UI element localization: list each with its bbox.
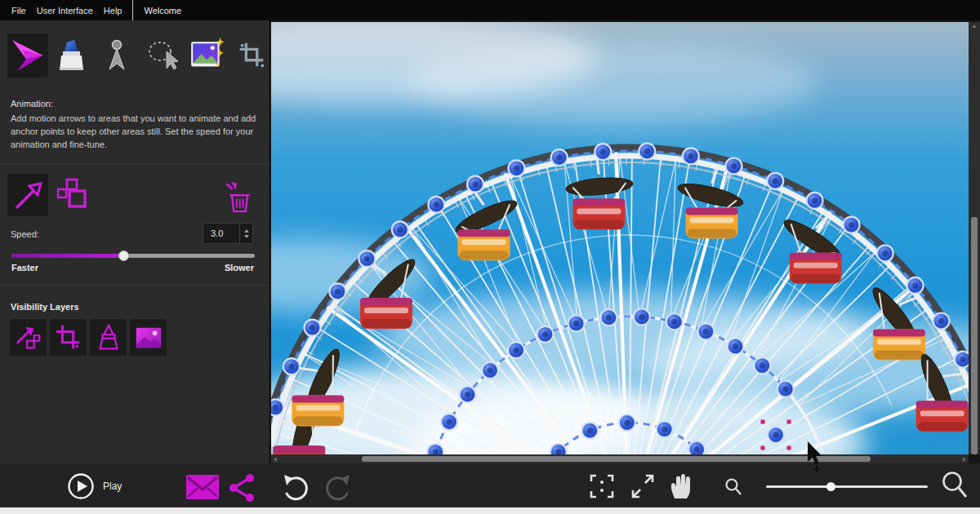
anchor-point-tool-icon	[100, 38, 136, 73]
scroll-right-icon[interactable]	[963, 457, 966, 462]
share-icon	[227, 472, 256, 503]
visibility-layers-row	[10, 319, 167, 356]
anchor-point[interactable]	[807, 193, 823, 209]
anchor-point[interactable]	[933, 313, 949, 330]
anchor-point[interactable]	[877, 246, 893, 262]
play-label: Play	[103, 481, 122, 492]
delete-arrows-button[interactable]	[221, 177, 257, 216]
visibility-layers-heading: Visibility Layers	[11, 302, 79, 312]
horizontal-scrollbar[interactable]	[271, 454, 969, 463]
photo-effects-icon	[189, 37, 226, 74]
anchor-point[interactable]	[460, 386, 476, 402]
anchor-point[interactable]	[777, 381, 794, 397]
menu-file[interactable]: File	[11, 6, 26, 16]
pan-hand-button[interactable]	[666, 471, 696, 502]
anchor-point[interactable]	[537, 326, 554, 343]
cloud	[410, 42, 818, 124]
anchor-point[interactable]	[688, 441, 705, 454]
speed-input[interactable]: 3.0	[203, 223, 253, 244]
anchor-point[interactable]	[657, 421, 673, 437]
anchor-point[interactable]	[639, 144, 655, 160]
anchor-point[interactable]	[907, 277, 924, 294]
anchor-point-tool-button[interactable]	[97, 33, 138, 78]
anchor-point[interactable]	[304, 320, 320, 336]
animation-panel-heading: Animation:	[11, 99, 53, 109]
anchor-point[interactable]	[725, 158, 742, 175]
vertical-scrollbar[interactable]	[969, 22, 980, 454]
tab-welcome[interactable]: Welcome	[144, 6, 181, 16]
anchor-point[interactable]	[595, 144, 611, 160]
anchor-point[interactable]	[359, 250, 375, 267]
crop-tool-button[interactable]	[232, 33, 273, 78]
anchor-point[interactable]	[551, 149, 568, 166]
anchor-point[interactable]	[508, 342, 524, 358]
anchor-point[interactable]	[482, 362, 498, 379]
visibility-arrows-button[interactable]	[10, 319, 47, 356]
visibility-crop-icon	[53, 322, 84, 353]
anchor-point[interactable]	[955, 352, 969, 368]
menu-help[interactable]: Help	[104, 6, 122, 16]
menubar: File User Interface Help Welcome	[0, 0, 980, 20]
undo-button[interactable]	[281, 472, 310, 502]
zoom-slider[interactable]	[766, 485, 928, 488]
zoom-out-button[interactable]	[724, 477, 743, 497]
anchor-point[interactable]	[683, 148, 699, 164]
horizontal-scrollbar-thumb[interactable]	[362, 456, 871, 462]
anchor-point[interactable]	[427, 444, 443, 454]
visibility-image-button[interactable]	[130, 319, 167, 356]
anchor-point[interactable]	[581, 423, 598, 439]
menu-user-interface[interactable]: User Interface	[37, 6, 93, 16]
speed-stepper[interactable]	[239, 224, 252, 243]
image-canvas[interactable]	[271, 22, 969, 454]
anchor-point[interactable]	[329, 283, 345, 299]
stepper-up-icon[interactable]	[244, 229, 249, 233]
vertical-scrollbar-thumb[interactable]	[971, 217, 978, 455]
expand-button[interactable]	[629, 473, 657, 499]
marker-tool-button[interactable]	[52, 33, 93, 78]
speed-slider-thumb[interactable]	[118, 250, 129, 261]
anchor-point[interactable]	[271, 399, 283, 415]
scroll-left-icon[interactable]	[274, 457, 277, 462]
anchor-point[interactable]	[634, 308, 650, 325]
anchor-point[interactable]	[728, 338, 744, 354]
anchor-point[interactable]	[568, 315, 585, 331]
anchor-point[interactable]	[467, 176, 483, 193]
visibility-marker-button[interactable]	[90, 319, 127, 356]
animation-tools-row	[7, 174, 94, 216]
anchor-point[interactable]	[508, 160, 524, 176]
stepper-down-icon[interactable]	[244, 235, 249, 238]
anchor-point[interactable]	[844, 217, 860, 233]
anchor-point[interactable]	[600, 309, 617, 326]
anchor-point[interactable]	[754, 357, 770, 374]
expand-icon	[629, 473, 657, 499]
anchor-point[interactable]	[666, 313, 683, 330]
email-share-button[interactable]	[186, 475, 219, 499]
anchor-point[interactable]	[697, 323, 714, 339]
selected-anchor-point[interactable]	[768, 427, 784, 443]
scroll-up-icon[interactable]	[972, 24, 977, 28]
anchor-point[interactable]	[283, 358, 300, 374]
anchor-point[interactable]	[619, 414, 635, 431]
play-button[interactable]	[67, 472, 95, 500]
photo-effects-tool-button[interactable]	[187, 33, 228, 78]
redo-button[interactable]	[323, 472, 353, 502]
anchor-point[interactable]	[441, 414, 457, 430]
motion-arrow-button[interactable]	[7, 174, 48, 216]
anchor-point[interactable]	[550, 444, 567, 454]
zoom-slider-thumb[interactable]	[826, 482, 835, 491]
fit-one-to-one-button[interactable]	[588, 473, 616, 499]
anchor-point[interactable]	[767, 173, 783, 189]
share-button[interactable]	[227, 472, 256, 503]
visibility-image-icon	[133, 322, 164, 353]
zoom-in-button[interactable]	[939, 470, 970, 501]
undo-icon	[281, 472, 310, 502]
anchor-point[interactable]	[428, 197, 444, 213]
speed-slider[interactable]	[11, 254, 255, 258]
animate-arrow-tool-button[interactable]	[7, 33, 48, 78]
anchor-point[interactable]	[392, 221, 408, 237]
fit-one-to-one-icon	[588, 473, 616, 499]
sidebar-divider	[0, 285, 270, 286]
anchor-points-button[interactable]	[53, 174, 94, 216]
visibility-crop-button[interactable]	[50, 319, 87, 356]
lasso-select-tool-button[interactable]	[142, 33, 183, 78]
